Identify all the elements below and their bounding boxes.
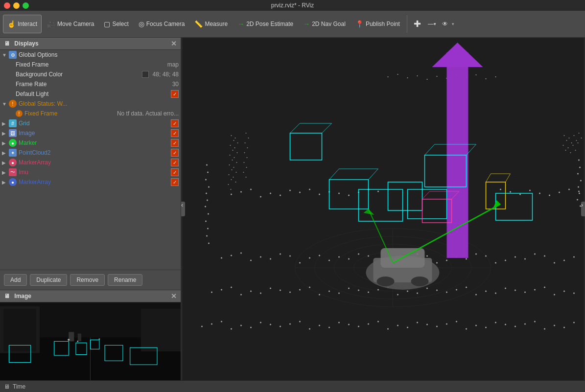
interact-button[interactable]: ☝ Interact bbox=[3, 15, 42, 33]
image-panel-close-button[interactable]: ✕ bbox=[171, 292, 177, 300]
svg-point-113 bbox=[407, 291, 408, 292]
global-options-item[interactable]: ▼ ⚙ Global Options bbox=[0, 50, 181, 60]
add-display-button[interactable]: ✚ bbox=[410, 17, 425, 31]
svg-point-122 bbox=[495, 293, 496, 294]
pose-estimate-button[interactable]: → 2D Pose Estimate bbox=[233, 15, 298, 33]
nav-goal-button[interactable]: → 2D Nav Goal bbox=[299, 15, 350, 33]
image-content[interactable] bbox=[0, 302, 181, 380]
duplicate-button[interactable]: Duplicate bbox=[30, 274, 67, 286]
svg-point-120 bbox=[475, 294, 477, 296]
svg-point-86 bbox=[515, 256, 516, 258]
zoom-out-button[interactable]: — ▾ bbox=[426, 20, 438, 28]
global-status-ff-item[interactable]: ! Fixed Frame No tf data. Actual erro... bbox=[0, 109, 181, 118]
svg-point-149 bbox=[377, 321, 379, 323]
svg-point-184 bbox=[205, 206, 206, 208]
measure-button[interactable]: 📏 Measure bbox=[190, 15, 232, 33]
remove-button[interactable]: Remove bbox=[70, 274, 105, 286]
displays-title: Displays bbox=[14, 40, 38, 47]
pointcloud2-item[interactable]: ▶ ✦ PointCloud2 ✓ bbox=[0, 148, 181, 158]
svg-point-241 bbox=[228, 184, 229, 185]
frame-rate-item[interactable]: Frame Rate 30 bbox=[0, 79, 181, 89]
svg-point-264 bbox=[566, 140, 567, 141]
minimize-button[interactable] bbox=[13, 2, 20, 9]
measure-icon: 📏 bbox=[194, 20, 203, 28]
move-camera-button[interactable]: 🎥 Move Camera bbox=[43, 15, 98, 33]
svg-point-117 bbox=[446, 292, 447, 293]
markerarray2-item[interactable]: ▶ ● MarkerArray ✓ bbox=[0, 177, 181, 187]
svg-point-180 bbox=[205, 179, 207, 181]
marker-checkbox[interactable]: ✓ bbox=[171, 139, 179, 147]
3d-viewport[interactable]: ‹ › bbox=[181, 38, 585, 380]
svg-point-171 bbox=[579, 167, 581, 168]
select-button[interactable]: ▢ Select bbox=[99, 15, 133, 33]
svg-point-161 bbox=[495, 322, 496, 323]
default-light-item[interactable]: Default Light ✓ bbox=[0, 89, 181, 99]
svg-point-130 bbox=[573, 293, 575, 294]
svg-point-97 bbox=[250, 291, 252, 292]
imu-icon: 〜 bbox=[9, 168, 17, 176]
add-button[interactable]: Add bbox=[4, 274, 27, 286]
svg-point-246 bbox=[237, 152, 238, 153]
svg-point-142 bbox=[309, 328, 310, 330]
svg-point-138 bbox=[270, 324, 271, 325]
svg-point-135 bbox=[240, 325, 242, 326]
svg-point-242 bbox=[231, 189, 232, 190]
viewport-right-handle[interactable]: › bbox=[581, 202, 585, 216]
markerarray1-arrow: ▶ bbox=[2, 160, 9, 165]
svg-point-165 bbox=[534, 321, 536, 323]
view-button[interactable]: 👁 bbox=[439, 19, 451, 29]
global-status-item[interactable]: ▼ ! Global Status: W... bbox=[0, 99, 181, 109]
svg-point-114 bbox=[417, 293, 418, 294]
svg-point-237 bbox=[229, 164, 230, 165]
grid-checkbox[interactable]: ✓ bbox=[171, 119, 179, 127]
svg-point-107 bbox=[348, 288, 350, 289]
svg-point-259 bbox=[244, 162, 245, 163]
viewport-left-handle[interactable]: ‹ bbox=[181, 202, 185, 216]
view-dropdown-icon: ▾ bbox=[452, 22, 454, 26]
svg-point-94 bbox=[221, 289, 222, 291]
displays-tree: ▼ ⚙ Global Options Fixed Frame map Backg… bbox=[0, 50, 181, 270]
markerarray2-arrow: ▶ bbox=[2, 180, 9, 185]
publish-point-button[interactable]: 📍 Publish Point bbox=[351, 15, 404, 33]
image-panel-title: Image bbox=[14, 293, 31, 300]
markerarray1-checkbox[interactable]: ✓ bbox=[171, 159, 179, 166]
svg-point-20 bbox=[398, 74, 398, 75]
maximize-button[interactable] bbox=[23, 2, 29, 9]
svg-point-89 bbox=[544, 255, 545, 257]
default-light-checkbox[interactable]: ✓ bbox=[171, 90, 179, 98]
svg-point-127 bbox=[544, 287, 545, 288]
marker-item[interactable]: ▶ ● Marker ✓ bbox=[0, 138, 181, 148]
imu-item[interactable]: ▶ 〜 Imu ✓ bbox=[0, 167, 181, 177]
image-item[interactable]: ▶ 🖼 Image ✓ bbox=[0, 128, 181, 138]
focus-camera-icon: ◎ bbox=[139, 20, 144, 28]
imu-arrow: ▶ bbox=[2, 170, 9, 175]
focus-camera-button[interactable]: ◎ Focus Camera bbox=[134, 15, 189, 33]
fixed-frame-item[interactable]: Fixed Frame map bbox=[0, 60, 181, 69]
nav-goal-icon: → bbox=[303, 20, 310, 28]
image-panel-header: 🖥 Image ✕ bbox=[0, 290, 181, 302]
markerarray2-checkbox[interactable]: ✓ bbox=[171, 178, 179, 186]
imu-checkbox[interactable]: ✓ bbox=[171, 168, 179, 176]
markerarray1-item[interactable]: ▶ ● MarkerArray ✓ bbox=[0, 158, 181, 167]
svg-point-273 bbox=[573, 145, 574, 146]
bg-color-swatch bbox=[142, 71, 149, 78]
grid-item[interactable]: ▶ # Grid ✓ bbox=[0, 118, 181, 128]
svg-point-62 bbox=[280, 254, 281, 255]
bg-color-item[interactable]: Background Color 48; 48; 48 bbox=[0, 69, 181, 79]
image-checkbox[interactable]: ✓ bbox=[171, 129, 179, 137]
svg-point-52 bbox=[549, 195, 550, 196]
publish-point-icon: 📍 bbox=[355, 20, 364, 28]
left-panel: 🖥 Displays ✕ ▼ ⚙ Global Options Fixed Fr… bbox=[0, 38, 181, 380]
rename-button[interactable]: Rename bbox=[108, 274, 142, 286]
svg-point-126 bbox=[534, 289, 536, 291]
svg-point-134 bbox=[231, 328, 232, 330]
svg-point-24 bbox=[437, 76, 438, 77]
pointcloud2-checkbox[interactable]: ✓ bbox=[171, 149, 179, 157]
svg-point-233 bbox=[230, 145, 231, 146]
bg-color-label: Background Color bbox=[16, 71, 142, 78]
svg-point-119 bbox=[466, 287, 467, 288]
displays-close-button[interactable]: ✕ bbox=[171, 40, 177, 47]
close-button[interactable] bbox=[4, 2, 10, 9]
svg-point-150 bbox=[387, 328, 389, 330]
svg-point-33 bbox=[250, 189, 252, 190]
